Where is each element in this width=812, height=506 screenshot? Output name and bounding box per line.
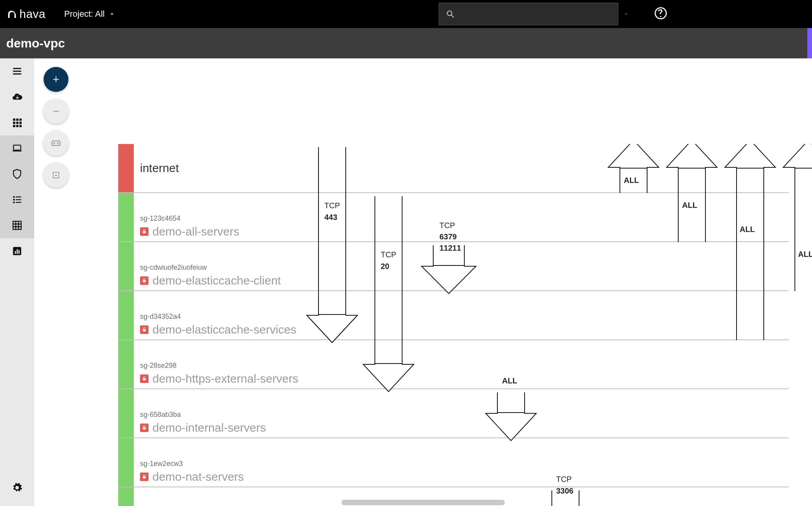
svg-rect-3: [13, 119, 16, 121]
sg-name-row: demo-elasticcache-services: [140, 323, 296, 336]
settings-button[interactable]: [0, 475, 34, 501]
sg-name: demo-nat-servers: [152, 470, 244, 483]
sg-id: sg-123c4654: [140, 214, 239, 223]
sg-name-row: demo-internal-servers: [140, 421, 266, 434]
reports-button[interactable]: [0, 238, 34, 264]
svg-rect-35: [143, 476, 146, 478]
zoom-in-button[interactable]: +: [44, 67, 68, 92]
lane-sg[interactable]: sg-cdwiuofe2iuofeiuw demo-elasticcache-c…: [118, 242, 789, 291]
lane-sg[interactable]: sg-1ew2ecw3 demo-nat-servers: [118, 438, 789, 487]
lane-stripe: [118, 144, 134, 192]
svg-rect-9: [13, 125, 16, 127]
zoom-out-button[interactable]: −: [44, 99, 68, 124]
sg-name: demo-https-external-servers: [152, 372, 298, 385]
lane-sg[interactable]: sg-d34352a4 demo-elasticcache-services: [118, 291, 789, 340]
canvas-controls: + −: [44, 67, 68, 188]
search-icon: [446, 9, 455, 19]
brand-icon: [6, 8, 18, 20]
svg-rect-8: [19, 122, 22, 124]
sg-name-row: demo-nat-servers: [140, 470, 244, 483]
svg-rect-6: [13, 122, 16, 124]
infrastructure-view-button[interactable]: [0, 135, 34, 161]
list-view-button[interactable]: [0, 187, 34, 213]
gear-icon: [12, 482, 23, 493]
lock-icon: [140, 473, 149, 481]
topbar-right: [439, 3, 667, 25]
sg-name: demo-all-servers: [152, 225, 239, 238]
lock-icon: [140, 276, 149, 285]
vr-headset-icon: [51, 138, 61, 149]
sg-id: sg-658ab3ba: [140, 411, 266, 419]
security-view-button[interactable]: [0, 161, 34, 187]
vr-view-button[interactable]: [44, 131, 68, 156]
sg-id: sg-28se298: [140, 362, 298, 370]
svg-rect-12: [14, 145, 21, 150]
svg-point-27: [57, 142, 59, 144]
svg-rect-17: [16, 199, 21, 200]
menu-button[interactable]: [0, 58, 34, 84]
table-view-button[interactable]: [0, 213, 34, 238]
help-icon: [654, 7, 667, 20]
lane-stripe: [118, 438, 134, 487]
svg-rect-32: [143, 329, 146, 331]
svg-point-0: [447, 11, 452, 16]
sg-id: sg-cdwiuofe2iuofeiuw: [140, 264, 281, 272]
search-wrap: [439, 3, 618, 25]
grid-small-icon: [12, 117, 23, 128]
sg-name-row: demo-https-external-servers: [140, 372, 298, 385]
minus-icon: −: [52, 105, 60, 118]
fit-view-button[interactable]: [44, 163, 68, 188]
download-button[interactable]: [0, 84, 34, 110]
svg-rect-34: [143, 427, 146, 429]
topbar: hava Project: All: [0, 0, 812, 28]
help-button[interactable]: [654, 7, 667, 21]
lane-stripe: [118, 487, 134, 506]
svg-point-26: [53, 142, 55, 144]
focus-square-icon: [52, 171, 60, 179]
arrow-label: ALL: [798, 250, 812, 258]
lane-stripe: [118, 193, 134, 241]
grid-view-button[interactable]: [0, 110, 34, 135]
svg-rect-13: [12, 151, 21, 151]
svg-rect-22: [15, 251, 16, 254]
svg-rect-11: [19, 125, 22, 127]
lock-icon: [140, 227, 149, 236]
chevron-down-icon: [108, 11, 116, 18]
panel-handle[interactable]: [807, 28, 812, 58]
lane-internet[interactable]: internet: [118, 144, 789, 193]
left-sidebar: [0, 58, 34, 506]
lane-stripe: [118, 340, 134, 388]
lane-sg[interactable]: sg-28se298 demo-https-external-servers: [118, 340, 789, 389]
page-title: demo-vpc: [6, 36, 65, 51]
lane-title: internet: [140, 162, 179, 175]
sg-id: sg-d34352a4: [140, 313, 296, 321]
svg-rect-33: [143, 378, 146, 380]
svg-line-1: [452, 15, 454, 18]
lane-stripe: [118, 242, 134, 290]
lane-stripe: [118, 291, 134, 339]
search-dropdown[interactable]: [618, 3, 634, 25]
lock-icon: [140, 423, 149, 432]
titlebar: demo-vpc: [0, 28, 812, 58]
bar-chart-icon: [12, 246, 23, 257]
svg-rect-4: [16, 119, 19, 121]
svg-rect-19: [16, 202, 21, 203]
sg-name: demo-elasticcache-services: [152, 323, 296, 336]
sg-name: demo-internal-servers: [152, 421, 266, 434]
project-selector[interactable]: Project: All: [64, 9, 116, 19]
diagram-canvas[interactable]: internet sg-123c4654 demo-all-servers sg…: [34, 58, 812, 506]
horizontal-scrollbar[interactable]: [341, 500, 505, 505]
svg-rect-20: [13, 221, 21, 230]
svg-rect-23: [17, 249, 18, 254]
svg-rect-15: [16, 197, 21, 197]
svg-rect-25: [52, 141, 60, 146]
lock-icon: [140, 325, 149, 334]
plus-icon: +: [52, 73, 60, 86]
lane-sg[interactable]: sg-658ab3ba demo-internal-servers: [118, 389, 789, 438]
search-input[interactable]: [439, 3, 618, 25]
sg-name: demo-elasticcache-client: [152, 274, 281, 287]
lane-sg[interactable]: sg-123c4654 demo-all-servers: [118, 193, 789, 242]
svg-point-16: [13, 199, 15, 201]
lane-stripe: [118, 389, 134, 437]
list-icon: [12, 194, 23, 205]
